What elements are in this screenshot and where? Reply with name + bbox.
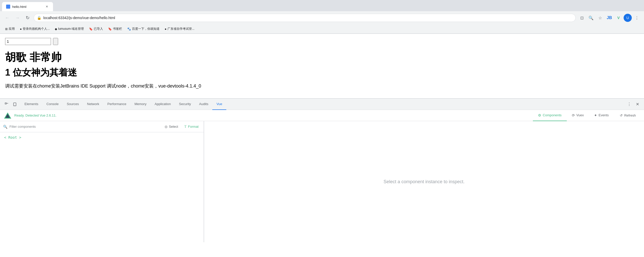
bookmark-lumusum-label: lumusum-域名管理: [58, 27, 84, 31]
close-devtools-button[interactable]: ✕: [634, 101, 641, 108]
filter-components-input[interactable]: [9, 125, 161, 128]
bookmarks-bar: ⊞ 应用 ● 登录尚德机构个人... ◆ lumusum-域名管理 🔖 已导入 …: [0, 24, 644, 34]
submit-button[interactable]: [53, 38, 58, 45]
select-button[interactable]: ◎ Select: [163, 124, 180, 130]
vue-nav-events[interactable]: ✦ Events: [589, 110, 614, 121]
bookmark-baidu-label: 百度一下，你就知道: [132, 27, 160, 31]
svg-rect-0: [5, 103, 6, 104]
tab-security[interactable]: Security: [175, 99, 195, 110]
baidu-icon: 🐾: [127, 27, 131, 31]
inspector-placeholder: Select a component instance to inspect.: [384, 179, 465, 184]
imported-icon: 🔖: [89, 27, 93, 31]
guangdong-icon: ●: [165, 27, 166, 31]
vue-root-node[interactable]: < Root >: [4, 135, 200, 139]
zoom-button[interactable]: 🔍: [587, 14, 595, 22]
format-button[interactable]: 𝕋 Format: [182, 124, 201, 130]
devtools-left-icons: [1, 101, 20, 108]
tab-elements[interactable]: Elements: [20, 99, 42, 110]
tab-sources[interactable]: Sources: [63, 99, 83, 110]
tab-favicon-icon: [6, 5, 10, 9]
lumusum-icon: ◆: [55, 27, 57, 31]
search-icon: 🔍: [3, 125, 7, 129]
vue-panel: Ready. Detected Vue 2.6.11. ⚙ Components…: [0, 110, 644, 242]
components-icon: ⚙: [538, 113, 541, 117]
nav-actions: ⊡ 🔍 ☆ JB V U ⋮: [578, 14, 641, 22]
refresh-icon: ↺: [620, 113, 623, 117]
bookmarks-icon: 🔖: [108, 27, 112, 31]
components-label: Components: [543, 113, 562, 117]
tab-console[interactable]: Console: [42, 99, 63, 110]
devtools-tab-list: Elements Console Sources Network Perform…: [20, 99, 624, 110]
vuex-icon: ⟳: [572, 113, 575, 117]
more-devtools-button[interactable]: ⋮: [626, 101, 633, 108]
input-row: [5, 38, 639, 45]
address-bar[interactable]: 🔒 localhost:63342/js-demo/vue-demo/hello…: [34, 14, 576, 22]
cast-button[interactable]: ⊡: [578, 14, 586, 22]
vue-left-pane: 🔍 ◎ Select 𝕋 Format < Root >: [0, 121, 204, 242]
bookmark-imported-label: 已导入: [94, 27, 103, 31]
vue-extension-button[interactable]: V: [614, 14, 623, 22]
device-toolbar-button[interactable]: [11, 101, 18, 108]
vue-filter-bar: 🔍 ◎ Select 𝕋 Format: [0, 121, 204, 132]
vue-component-tree: < Root >: [0, 132, 204, 142]
profile-button[interactable]: U: [624, 14, 632, 22]
bookmark-imported[interactable]: 🔖 已导入: [87, 26, 105, 32]
vue-toolbar: Ready. Detected Vue 2.6.11. ⚙ Components…: [0, 110, 644, 121]
page-content: 胡歌 非常帅 1 位女神为其着迷 调试需要安装在chome安装JetBrains…: [0, 34, 644, 98]
tab-vue[interactable]: Vue: [212, 99, 226, 110]
heading-name: 胡歌 非常帅: [5, 50, 639, 64]
nav-bar: ← → ↻ 🔒 localhost:63342/js-demo/vue-demo…: [0, 11, 644, 24]
more-button[interactable]: ⋮: [633, 14, 641, 22]
vue-status-text: Ready. Detected Vue 2.6.11.: [14, 113, 533, 117]
tab-close-button[interactable]: ✕: [45, 5, 49, 9]
bookmark-bookmarks-label: 书签栏: [113, 27, 122, 31]
inspect-element-button[interactable]: [3, 101, 10, 108]
denglu-icon: ●: [20, 27, 22, 31]
vue-nav: ⚙ Components ⟳ Vuex ✦ Events ↺ Refresh: [533, 110, 640, 121]
devtools-panel: Elements Console Sources Network Perform…: [0, 98, 644, 242]
bookmark-lumusum[interactable]: ◆ lumusum-域名管理: [53, 26, 86, 32]
devtools-right-icons: ⋮ ✕: [624, 101, 643, 108]
jetbrains-button[interactable]: JB: [605, 14, 613, 22]
vue-nav-components[interactable]: ⚙ Components: [533, 110, 567, 121]
bookmark-denglu[interactable]: ● 登录尚德机构个人...: [18, 26, 52, 32]
devtools-tab-bar: Elements Console Sources Network Perform…: [0, 99, 644, 110]
bookmark-bookmarks[interactable]: 🔖 书签栏: [106, 26, 124, 32]
heading-count: 1 位女神为其着迷: [5, 66, 639, 79]
refresh-button[interactable]: ↺ Refresh: [616, 110, 640, 121]
format-icon: 𝕋: [184, 125, 187, 128]
tab-performance[interactable]: Performance: [103, 99, 130, 110]
bookmark-apps[interactable]: ⊞ 应用: [3, 26, 17, 32]
vuex-label: Vuex: [576, 113, 584, 117]
tab-network[interactable]: Network: [83, 99, 103, 110]
events-icon: ✦: [594, 113, 597, 117]
apps-icon: ⊞: [5, 27, 8, 31]
tab-bar: hello.html ✕: [0, 0, 644, 11]
page-note: 调试需要安装在chome安装JetBrains IDE Support 调试no…: [5, 83, 639, 89]
bookmark-denglu-label: 登录尚德机构个人...: [23, 27, 50, 31]
select-icon: ◎: [165, 125, 167, 128]
tab-memory[interactable]: Memory: [130, 99, 151, 110]
vue-right-pane: Select a component instance to inspect.: [204, 121, 644, 242]
events-label: Events: [599, 113, 609, 117]
format-label: Format: [188, 125, 199, 128]
reload-button[interactable]: ↻: [23, 14, 32, 22]
vue-body: 🔍 ◎ Select 𝕋 Format < Root >: [0, 121, 644, 242]
number-input[interactable]: [5, 38, 51, 45]
tab-title: hello.html: [12, 5, 43, 9]
select-label: Select: [169, 125, 178, 128]
bookmark-guangdong-label: 广东省自学考试管...: [167, 27, 194, 31]
bookmark-apps-label: 应用: [9, 27, 15, 31]
browser-tab[interactable]: hello.html ✕: [2, 2, 53, 11]
back-button[interactable]: ←: [3, 14, 11, 22]
tab-audits[interactable]: Audits: [195, 99, 212, 110]
bookmark-star-button[interactable]: ☆: [596, 14, 604, 22]
refresh-label: Refresh: [624, 113, 636, 117]
lock-icon: 🔒: [37, 16, 41, 20]
vue-nav-vuex[interactable]: ⟳ Vuex: [567, 110, 589, 121]
forward-button[interactable]: →: [13, 14, 21, 22]
tab-application[interactable]: Application: [151, 99, 175, 110]
bookmark-guangdong[interactable]: ● 广东省自学考试管...: [163, 26, 196, 32]
address-text: localhost:63342/js-demo/vue-demo/hello.h…: [43, 16, 572, 20]
bookmark-baidu[interactable]: 🐾 百度一下，你就知道: [125, 26, 162, 32]
